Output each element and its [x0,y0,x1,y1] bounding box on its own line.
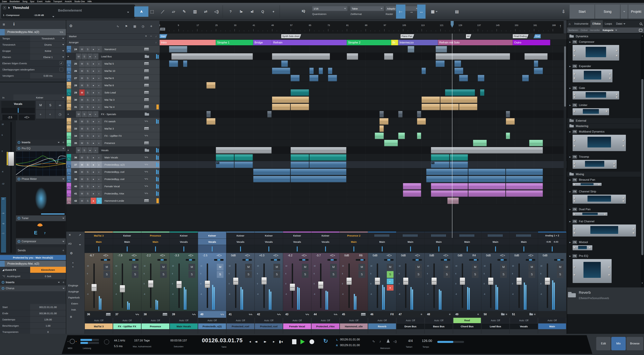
channel-output[interactable]: Vocals [198,239,226,245]
track-color-tab-auto[interactable]: ∿ [67,165,71,168]
mute-button[interactable]: M [387,264,394,270]
pan-slider[interactable] [526,259,535,261]
channel-pan-value[interactable]: <C> [127,254,141,257]
automation-mode[interactable]: Auto: Off [142,318,169,323]
page-start-button[interactable]: Start [570,5,594,19]
sort-hersteller[interactable]: Hersteller [588,29,600,32]
mute-button[interactable]: M [36,101,45,110]
checkbox[interactable] [60,68,63,71]
solo-button[interactable]: S [245,271,252,278]
inserts-header[interactable]: ⏻Inserts+ [16,140,66,145]
fader-slot[interactable] [547,263,548,308]
pan-slider[interactable] [186,259,195,261]
track-lane-protectedbyy-rcel[interactable] [160,175,567,183]
checkbox[interactable]: ✓ [60,61,63,65]
browser-fx-binaural-pan[interactable]: ▶FXBinaural Pan [570,177,640,183]
clip[interactable]: Fx [431,161,449,168]
mixer-list-icon[interactable]: ≡ [70,315,72,319]
mixer-channel-vocals[interactable]: Main0dB<C>1060-6MS51≡Auto: OffVocals [510,231,538,334]
listen-tool[interactable]: ◁) [211,5,222,19]
pan-thumb[interactable] [416,259,419,260]
clip[interactable] [440,104,459,110]
expand-arrow-icon[interactable]: ▶ [570,179,571,181]
solo-button[interactable]: S [415,271,422,278]
timeline-ruler[interactable]: 1917253341495765738189971051131211291371… [160,21,564,34]
browser-folder-external[interactable]: External [567,118,644,124]
mixer-channel-drum-bus[interactable]: Main0dB<C>1060-6MS47≡Auto: OffDrum Bus [396,231,425,334]
mixer-channel-hammond-slie[interactable]: Presence 2Main0dBR61060-6MS45Auto: OffHa… [340,231,368,334]
channel-input[interactable]: Presence 2 [340,232,368,239]
fader-cap[interactable] [318,281,324,289]
track-color-tab-auto[interactable]: ∿ [67,49,71,53]
menu-item-ansicht[interactable]: Ansicht [64,0,73,3]
expand-arrow-icon[interactable]: ▶ [570,191,571,193]
channel-pan-value[interactable]: R6 [354,254,368,257]
clip[interactable] [506,133,510,139]
next-bar-button[interactable]: ▸ [273,339,275,343]
solo-button[interactable]: S [188,271,195,278]
channel-name[interactable]: Lead Bus [482,323,509,329]
browser-fx-mixtool[interactable]: ▶FXMixtool [570,239,640,245]
clip[interactable] [309,161,346,168]
track-lane-maitai-6[interactable] [160,75,567,82]
monitor-button[interactable]: ◐ [96,133,102,139]
solo-button[interactable]: S [274,271,280,278]
fader-slot[interactable] [405,263,406,308]
record-arm-button[interactable]: ● [91,46,96,52]
channel-output[interactable]: Main [481,239,510,245]
clip[interactable] [454,68,464,74]
mixer-channel-main[interactable]: Analog 1 + 2-0.05-0.030dB1060-6MSAuto: O… [538,231,566,334]
track-color-tab[interactable] [67,60,71,64]
clip[interactable] [328,75,337,81]
channel-output[interactable]: Main [368,239,396,245]
channel-pan-value[interactable]: <C> [156,254,170,257]
track-color-tab-auto[interactable]: ∿ [67,172,71,175]
mixer-channel-chord-bus[interactable]: Main0dBR41060-6MS49≡ReadChord Bus [453,231,481,334]
channel-output[interactable]: Main [85,239,113,245]
fader-slot[interactable] [10,122,12,253]
field-checkbox[interactable]: ✓ [56,60,66,66]
pan-thumb[interactable] [189,259,192,260]
control-link-caret[interactable] [127,11,129,14]
automation-mode[interactable]: Auto: Off [227,318,254,323]
track-header-mai-tai-3[interactable]: ∿30MS●◐Mai Tai 3 [66,96,160,103]
track-color-tab-auto[interactable]: ∿ [67,136,71,139]
channel-gain[interactable]: 0dB [538,254,552,257]
channel-gain[interactable]: 0dB [226,254,240,257]
automation-mode[interactable]: Auto: Off [340,318,368,323]
page-song-button[interactable]: Song [595,5,620,19]
track-color-tab[interactable] [67,161,71,165]
mute-button[interactable]: M [160,264,167,270]
channel-name[interactable]: Hammond..slie [340,323,368,329]
menu-item-datei[interactable]: Datei [1,0,8,3]
position-display[interactable]: 00126.03.01.75 [202,337,242,343]
marker-final-ending[interactable]: Final Ending [513,34,528,38]
channel-pan-value[interactable]: <C> [184,254,198,257]
clip[interactable] [417,133,421,139]
record-arm-button[interactable]: ● [91,198,96,204]
mute-button[interactable]: M [79,46,85,52]
automation-mode[interactable]: Auto: Off [397,318,424,323]
track-color-tab[interactable] [67,68,71,71]
monitor-button[interactable]: ◐ [96,118,102,125]
clip[interactable] [398,133,405,139]
fader-cap[interactable] [460,277,465,285]
browser-fx-fat-channel[interactable]: ▶FXFat Channel [570,219,640,224]
mute-button[interactable]: M [79,89,85,96]
solo-button[interactable]: S [472,271,478,278]
insert-phase-meter[interactable]: ⏻Phase Meter [16,176,66,182]
scroll-up-icon[interactable]: ▲ [72,261,74,264]
solo-button[interactable]: S [85,61,90,67]
channel-name[interactable]: FX - Uplifter FX [113,323,141,329]
track-header-mai-tai-4[interactable]: ∿31MS●◐Mai Tai 4 [66,103,160,111]
channel-gain[interactable]: -6.7 [85,254,99,257]
pan-slider[interactable] [441,259,450,261]
clip[interactable] [454,60,461,67]
automation-mode[interactable]: Auto: Off [85,318,112,323]
inspector-track-header[interactable]: Protectedbyyou-Mai..s(2) ∿∿ [0,29,66,35]
expand-arrow-icon[interactable]: ▶ [570,156,571,158]
track-header-maitai-10[interactable]: ∿26MS●◐MaiTai 10 [66,67,160,75]
browser-fx-limiter[interactable]: ▶FXLimiter [570,102,640,108]
monitor-button[interactable]: ◐ [96,61,102,67]
solo-button[interactable]: S [85,183,90,189]
